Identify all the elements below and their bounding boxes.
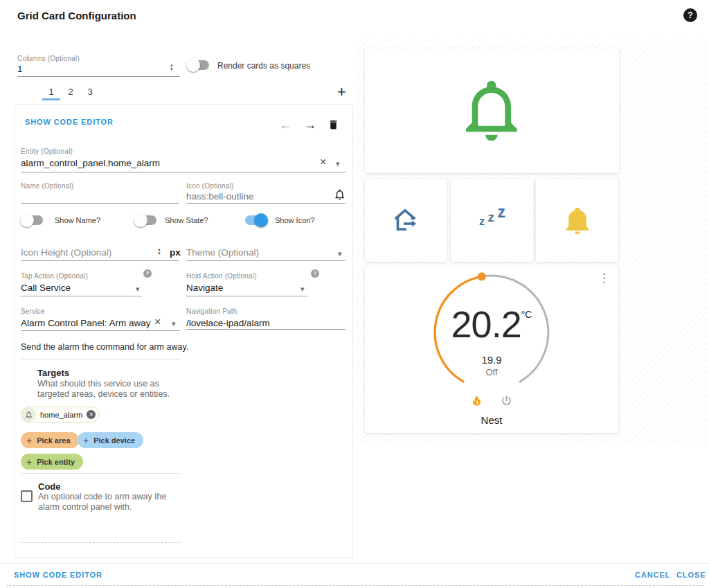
navigation-path-underline xyxy=(186,329,345,330)
tab-3[interactable]: 3 xyxy=(81,87,99,97)
footer-show-code-editor-link[interactable]: SHOW CODE EDITOR xyxy=(14,571,102,579)
pick-area-label: Pick area xyxy=(37,436,70,445)
help-icon[interactable]: ? xyxy=(683,8,697,22)
bell-outline-icon xyxy=(334,188,346,204)
code-checkbox[interactable] xyxy=(21,490,33,502)
sleep-icon: z z z xyxy=(470,206,514,225)
icon-label: Icon (Optional) xyxy=(186,182,234,190)
tap-action-select[interactable]: Call Service xyxy=(21,283,71,293)
preview-away-card[interactable] xyxy=(365,179,447,262)
bell-outline-icon xyxy=(457,75,529,150)
service-label: Service xyxy=(21,308,45,315)
heat-mode-flame-icon[interactable] xyxy=(470,394,483,410)
show-state-label: Show State? xyxy=(165,216,208,224)
power-off-icon[interactable] xyxy=(500,394,513,410)
tap-action-dropdown-icon[interactable]: ▾ xyxy=(136,285,140,293)
hold-action-underline xyxy=(186,296,307,296)
service-select[interactable]: Alarm Control Panel: Arm away xyxy=(21,318,151,328)
thermostat-target-temp: 20.2°C xyxy=(365,303,618,346)
preview-alarm-card[interactable] xyxy=(365,48,619,173)
navigation-path-input[interactable]: /lovelace-ipad/alarm xyxy=(186,318,270,328)
code-title: Code xyxy=(38,481,61,492)
show-code-editor-link[interactable]: SHOW CODE EDITOR xyxy=(25,118,114,126)
add-card-button[interactable]: + xyxy=(337,83,346,101)
hold-action-label: Hold Action (Optional) xyxy=(186,272,257,280)
icon-input[interactable]: hass:bell-outline xyxy=(186,191,254,202)
show-icon-label: Show Icon? xyxy=(275,216,314,224)
theme-dropdown-icon[interactable]: ▾ xyxy=(338,250,342,258)
stepper-down-icon[interactable]: ▾ xyxy=(170,67,173,71)
tab-2[interactable]: 2 xyxy=(62,87,80,97)
thermostat-current-temp: 19.9 xyxy=(365,354,618,366)
targets-description: What should this service use as targeted… xyxy=(37,379,193,400)
icon-height-underline xyxy=(21,260,179,261)
chip-bell-outline-icon xyxy=(21,407,36,422)
cancel-button[interactable]: CANCEL xyxy=(635,571,670,579)
thermostat-name: Nest xyxy=(365,414,618,426)
pick-device-label: Pick device xyxy=(93,436,135,445)
entity-clear-icon[interactable]: × xyxy=(320,157,326,168)
columns-label: Columns (Optional) xyxy=(17,55,80,62)
bottom-dotted-line xyxy=(7,585,703,586)
hold-action-select[interactable]: Navigate xyxy=(186,283,223,293)
stepper-down-icon[interactable]: ▾ xyxy=(158,251,161,256)
pick-entity-chip[interactable]: + Pick entity xyxy=(21,454,83,470)
tap-action-label: Tap Action (Optional) xyxy=(21,272,88,280)
hold-action-dropdown-icon[interactable]: ▾ xyxy=(300,285,305,293)
move-card-forward-icon[interactable]: → xyxy=(304,118,316,132)
overflow-menu-icon[interactable]: ⋮ xyxy=(598,271,610,285)
render-squares-label: Render cards as squares xyxy=(217,61,310,71)
service-description: Send the alarm the command for arm away. xyxy=(21,342,188,352)
preview-sleep-card[interactable]: z z z xyxy=(451,179,533,262)
navigation-path-label: Navigation Path xyxy=(186,308,237,315)
delete-card-icon[interactable] xyxy=(327,118,339,134)
move-card-back-icon[interactable]: ← xyxy=(279,118,291,132)
targets-title: Targets xyxy=(37,368,69,378)
show-state-toggle[interactable] xyxy=(134,215,156,225)
tap-action-underline xyxy=(21,296,142,296)
service-clear-icon[interactable]: × xyxy=(154,317,161,328)
icon-height-input[interactable]: Icon Height (Optional) xyxy=(21,247,111,258)
hold-action-help-icon[interactable]: ? xyxy=(311,269,319,278)
dialog-title: Grid Card Configuration xyxy=(17,10,136,21)
tab-1[interactable]: 1 xyxy=(42,87,60,97)
plus-icon: + xyxy=(26,456,32,467)
dial-handle xyxy=(478,272,486,280)
pick-entity-label: Pick entity xyxy=(37,458,75,466)
pick-device-chip[interactable]: + Pick device xyxy=(78,432,143,448)
target-entity-chip[interactable]: home_alarm × xyxy=(21,407,100,422)
close-button[interactable]: CLOSE xyxy=(676,571,706,579)
service-underline xyxy=(21,330,180,331)
columns-input[interactable]: 1 xyxy=(17,64,23,74)
footer-divider xyxy=(0,563,709,564)
columns-stepper[interactable]: ▴ ▾ xyxy=(170,63,173,71)
thermostat-state: Off xyxy=(365,367,618,377)
entity-dropdown-icon[interactable]: ▾ xyxy=(336,160,340,168)
code-description: An optional code to arm away the alarm c… xyxy=(38,492,180,513)
columns-underline xyxy=(17,76,180,77)
show-icon-toggle[interactable] xyxy=(245,215,267,225)
targets-divider xyxy=(21,359,180,360)
grid-card-configuration-dialog: Grid Card Configuration ? Columns (Optio… xyxy=(0,0,709,588)
theme-underline xyxy=(186,260,345,261)
icon-height-stepper[interactable]: ▴ ▾ xyxy=(158,247,161,256)
show-name-toggle[interactable] xyxy=(21,215,43,225)
preview-alert-card[interactable] xyxy=(536,179,618,262)
chip-label: home_alarm xyxy=(40,411,82,419)
px-suffix: px xyxy=(170,247,181,258)
pick-area-chip[interactable]: + Pick area xyxy=(21,432,79,448)
chip-close-icon[interactable]: × xyxy=(87,410,96,419)
code-divider xyxy=(21,473,180,474)
render-squares-toggle[interactable] xyxy=(187,60,209,70)
theme-select[interactable]: Theme (Optional) xyxy=(186,247,259,258)
tap-action-help-icon[interactable]: ? xyxy=(143,269,152,278)
entity-input[interactable]: alarm_control_panel.home_alarm xyxy=(21,158,160,168)
temp-unit: °C xyxy=(521,309,532,320)
icon-underline xyxy=(186,203,345,204)
preview-thermostat-card[interactable]: ⋮ 20.2°C 19.9 Off Nest xyxy=(365,267,618,433)
name-label: Name (Optional) xyxy=(21,182,73,190)
service-dropdown-icon[interactable]: ▾ xyxy=(172,320,176,328)
card-editor-panel: SHOW CODE EDITOR ← → Entity (Optional) a… xyxy=(14,104,353,558)
plus-icon: + xyxy=(26,435,32,446)
bell-icon xyxy=(562,205,593,238)
